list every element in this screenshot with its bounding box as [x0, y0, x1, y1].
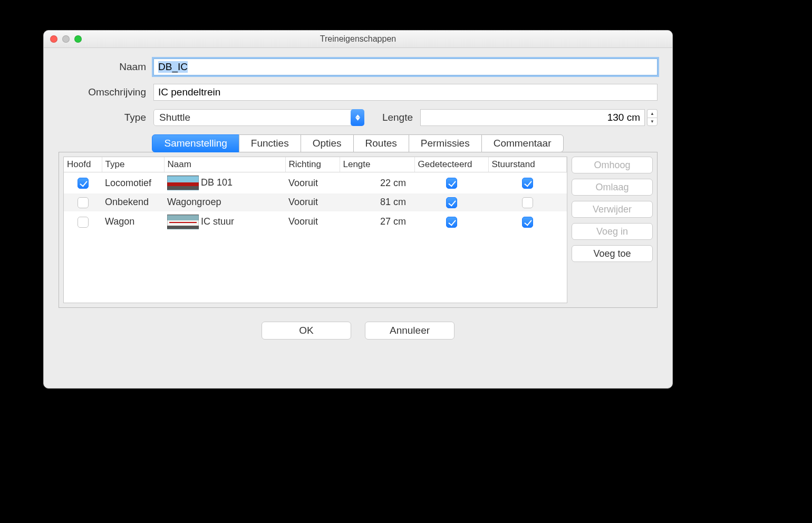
cell-direction: Vooruit — [285, 172, 340, 194]
stuurstand-checkbox[interactable] — [522, 197, 533, 208]
table-row[interactable]: WagonIC stuurVooruit27 cm — [64, 211, 567, 233]
cell-length: 81 cm — [340, 193, 414, 211]
tab-bar: SamenstellingFunctiesOptiesRoutesPermiss… — [59, 134, 658, 152]
stuurstand-checkbox[interactable] — [522, 217, 533, 228]
gedetecteerd-checkbox[interactable] — [446, 178, 457, 189]
length-label: Lengte — [364, 112, 420, 123]
chevron-updown-icon — [351, 109, 364, 126]
cell-direction: Vooruit — [285, 211, 340, 233]
hoofd-checkbox[interactable] — [78, 197, 89, 208]
hoofd-checkbox[interactable] — [78, 217, 89, 228]
composition-table-wrap: HoofdTypeNaamRichtingLengteGedetecteerdS… — [63, 157, 567, 303]
insert-button[interactable]: Voeg in — [572, 223, 653, 240]
cancel-button[interactable]: Annuleer — [365, 322, 455, 340]
cell-length: 22 cm — [340, 172, 414, 194]
column-header[interactable]: Lengte — [340, 157, 414, 172]
cell-type: Onbekend — [102, 193, 164, 211]
column-header[interactable]: Naam — [164, 157, 285, 172]
column-header[interactable]: Stuurstand — [488, 157, 567, 172]
cell-type: Wagon — [102, 211, 164, 233]
tab-opties[interactable]: Opties — [301, 134, 354, 152]
type-select[interactable]: Shuttle — [153, 109, 364, 126]
stepper-up-icon[interactable]: ▲ — [647, 109, 658, 118]
composition-panel: HoofdTypeNaamRichtingLengteGedetecteerdS… — [59, 152, 658, 308]
tab-permissies[interactable]: Permissies — [409, 134, 482, 152]
stepper-down-icon[interactable]: ▼ — [647, 118, 658, 127]
cell-name: Wagongroep — [164, 193, 285, 211]
tab-commentaar[interactable]: Commentaar — [481, 134, 564, 152]
table-row[interactable]: OnbekendWagongroepVooruit81 cm — [64, 193, 567, 211]
hoofd-checkbox[interactable] — [78, 178, 89, 189]
move-down-button[interactable]: Omlaag — [572, 179, 653, 196]
move-up-button[interactable]: Omhoog — [572, 157, 653, 173]
description-label: Omschrijving — [59, 86, 153, 98]
dialog-footer: OK Annuleer — [44, 322, 672, 340]
table-row[interactable]: LocomotiefDB 101Vooruit22 cm — [64, 172, 567, 194]
tab-routes[interactable]: Routes — [353, 134, 409, 152]
name-field[interactable] — [153, 59, 658, 75]
dialog-window: Treineigenschappen Naam Omschrijving Typ… — [43, 30, 673, 389]
column-header[interactable]: Hoofd — [64, 157, 102, 172]
cell-direction: Vooruit — [285, 193, 340, 211]
column-header[interactable]: Type — [102, 157, 164, 172]
window-title: Treineigenschappen — [44, 34, 672, 44]
gedetecteerd-checkbox[interactable] — [446, 197, 457, 208]
cell-type: Locomotief — [102, 172, 164, 194]
cell-name: DB 101 — [164, 172, 285, 194]
cell-length: 27 cm — [340, 211, 414, 233]
stuurstand-checkbox[interactable] — [522, 178, 533, 189]
form-area: Naam Omschrijving Type Shuttle Lengte ▲ … — [44, 48, 672, 126]
column-header[interactable]: Richting — [285, 157, 340, 172]
name-label: Naam — [59, 61, 153, 73]
type-label: Type — [59, 112, 153, 123]
gedetecteerd-checkbox[interactable] — [446, 217, 457, 228]
description-field[interactable] — [153, 84, 658, 101]
ok-button[interactable]: OK — [262, 322, 351, 340]
tab-functies[interactable]: Functies — [239, 134, 301, 152]
length-stepper[interactable]: ▲ ▼ — [647, 109, 658, 126]
delete-button[interactable]: Verwijder — [572, 201, 653, 218]
titlebar: Treineigenschappen — [44, 31, 672, 48]
cell-name: IC stuur — [164, 211, 285, 233]
add-button[interactable]: Voeg toe — [572, 245, 653, 262]
side-button-column: Omhoog Omlaag Verwijder Voeg in Voeg toe — [572, 152, 657, 307]
wagon-icon — [167, 215, 199, 229]
locomotive-icon — [167, 176, 199, 190]
length-field[interactable] — [420, 109, 645, 126]
type-select-value: Shuttle — [159, 112, 190, 123]
column-header[interactable]: Gedetecteerd — [414, 157, 488, 172]
tab-samenstelling[interactable]: Samenstelling — [152, 134, 239, 152]
composition-table: HoofdTypeNaamRichtingLengteGedetecteerdS… — [64, 157, 567, 233]
